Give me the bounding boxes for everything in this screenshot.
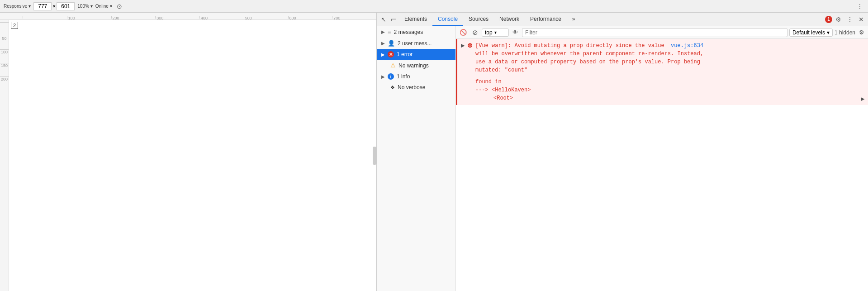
ban-button[interactable]: ⊘ — [470, 28, 480, 38]
online-label: Online — [95, 4, 109, 9]
ruler-v-mark: 200 — [0, 76, 9, 90]
user-icon: 👤 — [388, 40, 395, 47]
tab-network[interactable]: Network — [494, 13, 525, 26]
sidebar-label: 1 error — [397, 51, 452, 57]
sidebar-item-verbose[interactable]: ❖ No verbose — [377, 82, 455, 93]
error-component2: <Root> — [475, 94, 858, 102]
online-select[interactable]: Online ▾ — [95, 4, 112, 9]
console-toolbar: 🚫 ⊘ top ▾ 👁 Default levels ▾ 1 hidden ⚙ — [456, 26, 868, 39]
preview-page: 2 — [9, 20, 376, 291]
ruler-mark: 400 — [199, 16, 244, 19]
error-icon: ✕ — [388, 51, 394, 57]
more-options-button[interactable]: ⋮ — [855, 2, 864, 10]
sidebar-arrow: ▶ — [381, 29, 385, 34]
zoom-select[interactable]: 100% ▾ — [77, 4, 93, 9]
sidebar-label: No verbose — [398, 84, 452, 91]
settings-button[interactable]: ⚙ — [833, 14, 844, 24]
clear-console-button[interactable]: 🚫 — [458, 28, 469, 37]
more-menu-button[interactable]: ⋮ — [844, 14, 855, 24]
ruler-mark: 700 — [332, 16, 376, 19]
zoom-label: 100% — [77, 4, 89, 9]
info-icon: i — [388, 73, 394, 80]
sidebar-label: 2 messages — [394, 29, 452, 35]
ruler-v-mark: 50 — [0, 36, 9, 49]
rotate-button[interactable]: ⊙ — [115, 2, 124, 11]
tab-elements[interactable]: Elements — [399, 13, 432, 26]
warning-icon: ⚠ — [390, 62, 396, 69]
ruler-mark: 600 — [288, 16, 332, 19]
zoom-arrow: ▾ — [90, 4, 93, 9]
width-input[interactable]: 777 — [33, 2, 52, 10]
ruler-v-mark: 150 — [0, 63, 9, 76]
context-arrow: ▾ — [494, 30, 497, 35]
console-settings-button[interactable]: ⚙ — [857, 28, 866, 37]
device-toolbar-button[interactable]: ▭ — [389, 14, 399, 24]
ruler-v-mark: 100 — [0, 49, 9, 63]
top-toolbar: Responsive ▾ 777 × 601 100% ▾ Online ▾ ⊙… — [0, 0, 868, 13]
error-entry: ▶ ⊗ [Vue warn]: Avoid mutating a prop di… — [456, 39, 868, 105]
sidebar-item-user-messages[interactable]: ▶ 👤 2 user mess... — [377, 38, 455, 49]
error-entry-icon: ⊗ — [467, 42, 473, 49]
console-sidebar: ▶ ≡ 2 messages ▶ 👤 2 user mess... ▶ ✕ 1 … — [377, 26, 456, 291]
responsive-select[interactable]: Responsive ▾ — [4, 4, 31, 9]
sidebar-item-error[interactable]: ▶ ✕ 1 error — [377, 49, 455, 60]
sidebar-item-info[interactable]: ▶ i 1 info — [377, 71, 455, 82]
ruler-mark — [23, 16, 67, 19]
console-output: ▶ ⊗ [Vue warn]: Avoid mutating a prop di… — [456, 39, 868, 291]
preview-content: 50 100 150 200 2 — [0, 20, 376, 291]
browser-preview: 100 200 300 400 500 600 700 50 100 150 2… — [0, 13, 377, 291]
hidden-count-label: 1 hidden — [835, 29, 855, 36]
sidebar-arrow: ▶ — [381, 74, 385, 79]
context-label: top — [485, 29, 493, 36]
ruler-mark: 500 — [244, 16, 288, 19]
devtools-tabbar: ↖ ▭ Elements Console Sources Network Per… — [377, 13, 868, 26]
devtools-icons: 1 ⚙ ⋮ ✕ — [825, 14, 866, 24]
verbose-icon: ❖ — [390, 85, 395, 91]
console-main: 🚫 ⊘ top ▾ 👁 Default levels ▾ 1 hidden ⚙ — [456, 26, 868, 291]
vertical-ruler: 50 100 150 200 — [0, 20, 9, 291]
tab-console[interactable]: Console — [432, 13, 463, 26]
inspect-element-button[interactable]: ↖ — [379, 14, 389, 24]
eye-button[interactable]: 👁 — [511, 28, 520, 37]
ruler-mark: 100 — [67, 16, 111, 19]
error-line3: use a data or computed property based on… — [475, 58, 858, 66]
devtools-body: ▶ ≡ 2 messages ▶ 👤 2 user mess... ▶ ✕ 1 … — [377, 26, 868, 291]
page-number: 2 — [11, 22, 18, 29]
sidebar-label: No warnings — [398, 62, 452, 69]
error-found: found in ---> <HelloKaven> <Root> — [475, 78, 858, 102]
error-badge: 1 — [825, 16, 832, 23]
tab-performance[interactable]: Performance — [525, 13, 567, 26]
expand-error-arrow[interactable]: ▶ — [461, 43, 465, 48]
resize-handle[interactable] — [373, 147, 376, 165]
sidebar-arrow: ▶ — [381, 41, 385, 46]
ruler-marks: 100 200 300 400 500 600 700 — [23, 13, 376, 19]
error-line1: [Vue warn]: Avoid mutating a prop direct… — [475, 42, 858, 50]
dimension-input: 777 × 601 — [33, 2, 75, 10]
hidden-count: 1 hidden ⚙ — [835, 28, 866, 37]
ruler-v-mark — [0, 22, 9, 36]
devtools-panel: ↖ ▭ Elements Console Sources Network Per… — [377, 13, 868, 291]
error-line4: mutated: "count" — [475, 66, 858, 74]
error-message-content: [Vue warn]: Avoid mutating a prop direct… — [475, 42, 858, 102]
tab-sources[interactable]: Sources — [463, 13, 494, 26]
bottom-expand-arrow[interactable]: ▶ — [861, 96, 864, 102]
levels-label: Default levels — [792, 29, 825, 36]
responsive-label: Responsive — [4, 4, 27, 9]
top-context-select[interactable]: top ▾ — [482, 29, 509, 37]
ruler-mark: 300 — [155, 16, 199, 19]
messages-icon: ≡ — [388, 29, 391, 35]
ruler-mark: 200 — [111, 16, 156, 19]
sidebar-arrow: ▶ — [381, 52, 385, 57]
sidebar-item-warnings[interactable]: ⚠ No warnings — [377, 60, 455, 71]
sidebar-label: 1 info — [397, 73, 452, 80]
error-line2: will be overwritten whenever the parent … — [475, 50, 858, 58]
log-levels-select[interactable]: Default levels ▾ — [789, 29, 833, 37]
height-input[interactable]: 601 — [57, 2, 75, 10]
close-devtools-button[interactable]: ✕ — [856, 14, 866, 24]
sidebar-label: 2 user mess... — [398, 40, 452, 47]
filter-input[interactable] — [522, 28, 787, 37]
times-separator: × — [52, 3, 56, 10]
tab-more[interactable]: » — [567, 13, 581, 26]
sidebar-item-messages[interactable]: ▶ ≡ 2 messages — [377, 26, 455, 38]
error-source-link[interactable]: vue.js:634 — [671, 43, 703, 49]
